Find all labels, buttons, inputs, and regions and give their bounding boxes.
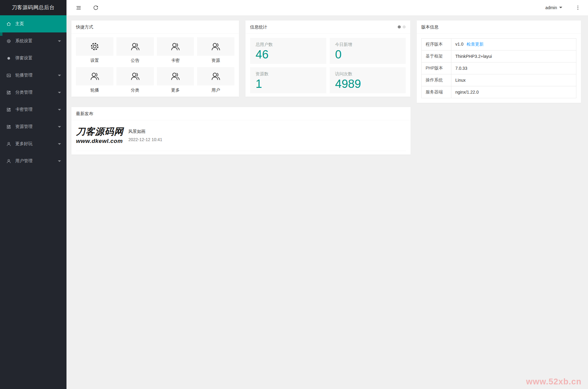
sidebar-item-resources[interactable]: 资源管理	[0, 118, 66, 135]
version-row-label: 操作系统	[422, 74, 451, 86]
card-title: 信息统计	[250, 21, 398, 34]
sidebar-item-system-settings[interactable]: 系统设置	[0, 32, 66, 50]
shortcut-tile-more[interactable]	[157, 67, 194, 85]
program-version: v1.0	[455, 42, 463, 47]
version-row-value: ThinkPHP3.2+layui	[451, 50, 576, 62]
stats-body: 总用户数 46 今日新增 0 资源数 1 访问次数	[245, 34, 410, 98]
stat-resources: 资源数 1	[250, 67, 326, 93]
chevron-down-icon	[559, 7, 562, 10]
shortcut-tile-announcement[interactable]	[116, 37, 154, 56]
dkewl-logo: 刀客源码网 www.dkewl.com	[76, 127, 123, 144]
version-row-value: 7.0.33	[451, 62, 576, 74]
version-row-label: 基于框架	[422, 50, 451, 62]
table-row: PHP版本 7.0.33	[422, 62, 576, 74]
chevron-down-icon	[58, 126, 61, 129]
sidebar-item-card-keys[interactable]: 卡密管理	[0, 101, 66, 118]
shortcut-tile-settings[interactable]	[76, 37, 113, 56]
shortcut-label: 轮播	[76, 85, 113, 97]
shortcuts-body: 设置 公告 卡密 资源	[71, 34, 239, 97]
carousel-dot-active[interactable]	[398, 25, 401, 28]
chevron-down-icon	[58, 92, 61, 95]
sidebar-item-label: 轮播管理	[15, 73, 32, 78]
shortcut-tile-users[interactable]	[197, 67, 234, 85]
version-row-label: PHP版本	[422, 62, 451, 74]
sidebar-item-categories[interactable]: 分类管理	[0, 84, 66, 101]
latest-body: 刀客源码网 www.dkewl.com 风景如画 2022-12-12 10:4…	[71, 120, 411, 155]
post-date: 2022-12-12 10:41	[128, 137, 162, 142]
friends-icon	[130, 41, 140, 52]
component-icon	[6, 124, 11, 129]
shortcut-tile-carousel[interactable]	[76, 67, 113, 85]
sidebar-item-carousel[interactable]: 轮播管理	[0, 67, 66, 84]
stat-value: 4989	[335, 77, 400, 91]
shortcuts-card-header: 快捷方式	[71, 21, 239, 34]
gear-icon	[89, 41, 100, 52]
sidebar-item-more-fun[interactable]: 更多好玩	[0, 135, 66, 152]
sidebar-item-label: 用户管理	[15, 158, 32, 164]
sidebar-item-label: 资源管理	[15, 124, 32, 129]
shortcut-tile-categories[interactable]	[116, 67, 154, 85]
refresh-icon[interactable]	[93, 5, 99, 11]
sidebar-item-label: 主页	[15, 21, 24, 27]
table-row: 服务器端 nginx/1.22.0	[422, 86, 576, 98]
shortcut-tile-card-keys[interactable]	[157, 37, 194, 56]
shortcut-tile-resources[interactable]	[197, 37, 234, 56]
stat-label: 访问次数	[335, 71, 400, 77]
chevron-down-icon	[58, 109, 61, 112]
component-icon	[6, 107, 11, 112]
sidebar-item-popup-settings[interactable]: 弹窗设置	[0, 50, 66, 67]
stat-total-users: 总用户数 46	[250, 38, 326, 64]
user-menu[interactable]: admin	[545, 5, 562, 10]
version-table: 程序版本 v1.0检查更新 基于框架 ThinkPHP3.2+layui PHP	[421, 38, 576, 98]
shortcut-users: 用户	[197, 67, 234, 97]
shortcut-label: 资源	[197, 56, 234, 67]
sidebar-nav: 主页 系统设置 弹窗设置 轮播管理 分类管理	[0, 15, 66, 170]
username: admin	[545, 5, 557, 10]
friends-icon	[211, 71, 221, 81]
stats-card-header: 信息统计	[245, 21, 410, 34]
shortcut-card-keys: 卡密	[157, 37, 194, 67]
logo-url: www.dkewl.com	[76, 138, 123, 144]
shortcut-announcement: 公告	[116, 37, 154, 67]
check-update-link[interactable]: 检查更新	[466, 42, 484, 47]
latest-card-header: 最新发布	[71, 107, 411, 120]
sidebar-item-label: 弹窗设置	[15, 55, 32, 61]
table-row: 操作系统 Linux	[422, 74, 576, 86]
stat-value: 46	[256, 48, 321, 62]
user-icon	[6, 141, 11, 147]
sidebar-item-users[interactable]: 用户管理	[0, 152, 66, 170]
shortcut-label: 设置	[76, 56, 113, 67]
sidebar-item-label: 系统设置	[15, 38, 32, 44]
sidebar-item-home[interactable]: 主页	[0, 15, 66, 32]
version-row-value: Linux	[451, 74, 576, 86]
stat-label: 资源数	[256, 71, 321, 77]
version-card: 版本信息 程序版本 v1.0检查更新 基于框架	[417, 21, 581, 103]
stat-value: 1	[256, 77, 321, 91]
component-icon	[6, 90, 11, 95]
post-title: 风景如画	[128, 129, 162, 134]
home-icon	[6, 21, 11, 27]
shortcut-label: 分类	[116, 85, 154, 97]
stat-new-today: 今日新增 0	[330, 38, 406, 64]
carousel-dot[interactable]	[403, 25, 406, 28]
more-options-icon[interactable]	[575, 5, 581, 10]
shortcut-resources: 资源	[197, 37, 234, 67]
admin-app: 刀客源码网总后台 主页 系统设置 弹窗设置 轮播管理 分类	[0, 0, 588, 389]
collapse-sidebar-icon[interactable]	[76, 5, 82, 11]
post-info: 风景如画 2022-12-12 10:41	[128, 129, 162, 142]
main-area: admin 快捷方式 设置	[66, 0, 588, 389]
chevron-down-icon	[58, 160, 61, 163]
table-row: 基于框架 ThinkPHP3.2+layui	[422, 50, 576, 62]
stat-label: 今日新增	[335, 42, 400, 47]
friends-icon	[170, 41, 180, 52]
app-title: 刀客源码网总后台	[0, 0, 66, 15]
stat-visits: 访问次数 4989	[330, 67, 406, 93]
logo-text: 刀客源码网	[76, 127, 123, 136]
carousel-dots	[398, 25, 406, 28]
version-row-value: nginx/1.22.0	[451, 86, 576, 98]
nav-active-bar	[0, 32, 2, 36]
shortcuts-card: 快捷方式 设置 公告	[71, 21, 239, 97]
list-item[interactable]: 刀客源码网 www.dkewl.com 风景如画 2022-12-12 10:4…	[76, 125, 406, 151]
version-body: 程序版本 v1.0检查更新 基于框架 ThinkPHP3.2+layui PHP	[417, 34, 581, 103]
gear-icon	[6, 39, 11, 44]
